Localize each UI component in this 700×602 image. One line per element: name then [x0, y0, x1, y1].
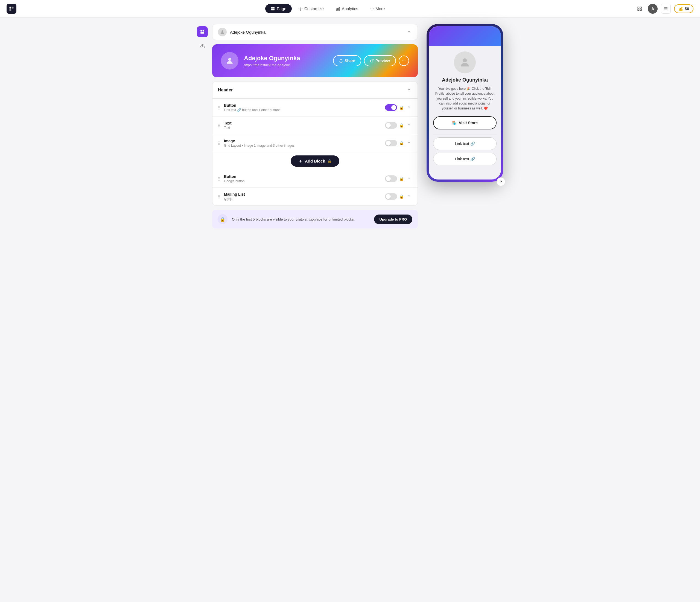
analytics-nav-btn[interactable]: Analytics [330, 4, 364, 13]
svg-rect-4 [273, 7, 275, 8]
app-logo [6, 4, 17, 14]
toggle-4[interactable] [385, 193, 397, 200]
lock-icon-4: 🔒 [399, 194, 404, 199]
left-sidebar [197, 24, 212, 228]
sidebar-people-icon-btn[interactable] [197, 41, 208, 51]
toggle-2[interactable] [385, 140, 397, 146]
svg-rect-2 [9, 9, 11, 11]
block-subtitle-0: Link text 🔗 button and 1 other buttons [224, 108, 381, 112]
block-chevron-1[interactable] [406, 122, 412, 129]
phone-visit-store-btn[interactable]: 🏪 Visit Store [433, 116, 497, 129]
phone-link-text-2: Link text 🔗 [455, 157, 475, 161]
banner-actions: Share Preview ··· [333, 55, 409, 66]
block-chevron-2[interactable] [406, 140, 412, 147]
block-subtitle-3: Google button [224, 179, 381, 183]
svg-point-22 [222, 30, 223, 32]
preview-btn[interactable]: Preview [364, 55, 396, 66]
page-nav-btn[interactable]: Page [265, 4, 292, 13]
topnav-center: Page Customize Analytics ··· More [23, 4, 632, 14]
main-layout: Adejoke Ogunyinka Adejoke Ogunyinka http… [186, 18, 514, 235]
svg-rect-12 [638, 9, 639, 10]
block-name-4: Mailing List [224, 192, 381, 196]
phone-link-btn-2[interactable]: Link text 🔗 [433, 153, 497, 165]
block-info-3: Button Google button [224, 174, 381, 183]
block-item-2: Image Grid Layout • Image 1 image and 3 … [212, 134, 418, 152]
svg-point-6 [300, 8, 301, 9]
drag-handle-4[interactable] [218, 195, 220, 198]
avatar-btn[interactable]: A [648, 4, 658, 14]
sidebar-page-icon-btn[interactable] [197, 26, 208, 37]
svg-rect-11 [640, 7, 642, 8]
share-btn[interactable]: Share [333, 55, 361, 66]
svg-line-25 [372, 59, 373, 61]
share-label: Share [345, 58, 355, 63]
banner-url: https://mainstack.me/adejoke [244, 63, 328, 67]
svg-rect-19 [200, 32, 204, 34]
lock-icon-1: 🔒 [399, 123, 404, 127]
blocks-container: Button Link text 🔗 button and 1 other bu… [212, 98, 418, 206]
drag-handle-0[interactable] [218, 106, 220, 110]
block-info-1: Text Text [224, 121, 381, 130]
upgrade-lock-icon: 🔒 [218, 214, 227, 224]
phone-bg-gradient [429, 26, 501, 46]
block-chevron-3[interactable] [406, 175, 412, 182]
balance-btn[interactable]: 💰 $0 [674, 4, 694, 13]
svg-rect-3 [271, 7, 273, 8]
help-label: ? [500, 180, 502, 184]
profile-selector-chevron[interactable] [405, 28, 412, 36]
svg-point-28 [463, 58, 467, 63]
block-controls-2: 🔒 [385, 140, 412, 147]
add-block-lock-icon: 🔒 [327, 159, 332, 163]
grid-icon-btn[interactable] [635, 4, 645, 14]
svg-point-20 [201, 44, 203, 46]
block-chevron-0[interactable] [406, 104, 412, 111]
block-name-2: Image [224, 139, 381, 143]
svg-rect-1 [12, 6, 14, 8]
phone-mockup-container: Adejoke Ogunyinka Your bio goes here 🎉 C… [427, 24, 503, 228]
drag-handle-3[interactable] [218, 177, 220, 180]
preview-label: Preview [375, 58, 390, 63]
add-block-label: Add Block [305, 159, 325, 163]
svg-rect-0 [9, 6, 11, 8]
visit-store-icon: 🏪 [452, 121, 457, 125]
toggle-1[interactable] [385, 122, 397, 128]
profile-selector-left: Adejoke Ogunyinka [218, 28, 266, 37]
block-controls-4: 🔒 [385, 193, 412, 200]
banner-more-btn[interactable]: ··· [399, 55, 409, 66]
block-info-0: Button Link text 🔗 button and 1 other bu… [224, 103, 381, 112]
block-item: Button Link text 🔗 button and 1 other bu… [212, 99, 418, 117]
profile-selector-name: Adejoke Ogunyinka [230, 30, 266, 34]
profile-selector: Adejoke Ogunyinka [212, 24, 418, 40]
phone-link-btn-1[interactable]: Link text 🔗 [433, 137, 497, 150]
toggle-3[interactable] [385, 175, 397, 182]
block-info-4: Mailing List tyghjkl [224, 192, 381, 201]
phone-bio: Your bio goes here 🎉 Click the 'Edit Pro… [433, 86, 497, 111]
phone-profile-name: Adejoke Ogunyinka [442, 77, 488, 83]
phone-frame: Adejoke Ogunyinka Your bio goes here 🎉 C… [427, 24, 503, 182]
block-item-4: Mailing List tyghjkl 🔒 [212, 188, 418, 205]
drag-handle-1[interactable] [218, 124, 220, 127]
section-header: Header [212, 81, 418, 98]
section-chevron[interactable] [405, 86, 412, 94]
more-nav-btn[interactable]: ··· More [365, 4, 391, 14]
phone-screen: Adejoke Ogunyinka Your bio goes here 🎉 C… [429, 26, 501, 179]
phone-link-text-1: Link text 🔗 [455, 142, 475, 146]
help-btn[interactable]: ? [497, 177, 505, 186]
center-content: Adejoke Ogunyinka Adejoke Ogunyinka http… [212, 24, 418, 228]
block-controls-0: 🔒 [385, 104, 412, 111]
section-title: Header [218, 88, 233, 93]
block-subtitle-2: Grid Layout • Image 1 image and 3 other … [224, 144, 381, 147]
svg-rect-10 [638, 7, 639, 8]
phone-avatar [454, 51, 476, 73]
block-name-1: Text [224, 121, 381, 125]
profile-banner: Adejoke Ogunyinka https://mainstack.me/a… [212, 44, 418, 77]
drag-handle-2[interactable] [218, 142, 220, 145]
add-block-btn[interactable]: Add Block 🔒 [291, 155, 339, 167]
customize-nav-btn[interactable]: Customize [293, 4, 329, 13]
menu-btn[interactable] [661, 4, 671, 14]
block-info-2: Image Grid Layout • Image 1 image and 3 … [224, 139, 381, 147]
topnav-right: A 💰 $0 [635, 4, 694, 14]
block-chevron-4[interactable] [406, 193, 412, 200]
toggle-0[interactable] [385, 104, 397, 111]
upgrade-btn[interactable]: Upgrade to PRO [374, 215, 412, 224]
